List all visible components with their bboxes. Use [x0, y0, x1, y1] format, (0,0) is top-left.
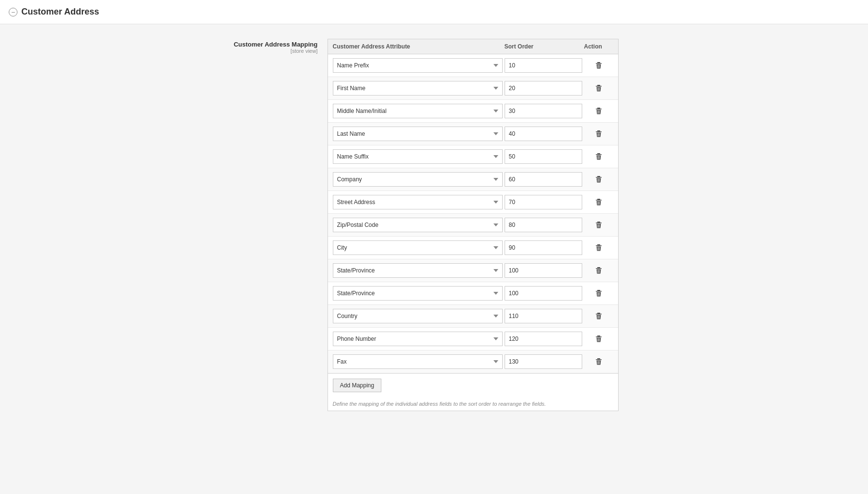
trash-icon — [595, 107, 603, 115]
footer-note: Define the mapping of the individual add… — [328, 397, 618, 411]
attribute-select-12[interactable]: Name PrefixFirst NameMiddle Name/Initial… — [333, 332, 503, 346]
delete-button-6[interactable] — [593, 196, 605, 208]
sort-order-input-12[interactable] — [505, 332, 582, 346]
delete-button-11[interactable] — [593, 310, 605, 322]
svg-rect-7 — [596, 131, 602, 132]
table-row: Name PrefixFirst NameMiddle Name/Initial… — [328, 282, 618, 305]
attribute-select-6[interactable]: Name PrefixFirst NameMiddle Name/Initial… — [333, 195, 503, 209]
delete-button-0[interactable] — [593, 60, 605, 71]
delete-button-9[interactable] — [593, 265, 605, 276]
trash-icon — [595, 153, 603, 160]
table-row: Name PrefixFirst NameMiddle Name/Initial… — [328, 145, 618, 168]
svg-rect-8 — [597, 153, 600, 154]
svg-rect-24 — [597, 335, 600, 336]
delete-button-8[interactable] — [593, 242, 605, 254]
svg-rect-27 — [596, 359, 602, 360]
sort-order-input-9[interactable] — [505, 263, 582, 278]
sort-order-input-13[interactable] — [505, 354, 582, 369]
attribute-select-3[interactable]: Name PrefixFirst NameMiddle Name/Initial… — [333, 127, 503, 141]
attribute-select-9[interactable]: Name PrefixFirst NameMiddle Name/Initial… — [333, 263, 503, 278]
table-row: Name PrefixFirst NameMiddle Name/Initial… — [328, 123, 618, 145]
svg-rect-5 — [596, 109, 602, 110]
trash-icon — [595, 84, 603, 92]
sort-order-input-1[interactable] — [505, 81, 582, 96]
table-row: Name PrefixFirst NameMiddle Name/Initial… — [328, 77, 618, 100]
table-header: Customer Address Attribute Sort Order Ac… — [328, 39, 618, 54]
delete-button-13[interactable] — [593, 356, 605, 367]
svg-rect-9 — [596, 154, 602, 155]
svg-rect-22 — [597, 313, 600, 314]
svg-rect-3 — [596, 86, 602, 87]
table-row: Name PrefixFirst NameMiddle Name/Initial… — [328, 214, 618, 237]
svg-rect-19 — [596, 268, 602, 269]
sort-order-input-3[interactable] — [505, 127, 582, 141]
delete-button-4[interactable] — [593, 151, 605, 162]
attribute-select-11[interactable]: Name PrefixFirst NameMiddle Name/Initial… — [333, 309, 503, 323]
attribute-select-7[interactable]: Name PrefixFirst NameMiddle Name/Initial… — [333, 218, 503, 232]
table-row: Name PrefixFirst NameMiddle Name/Initial… — [328, 168, 618, 191]
add-mapping-row: Add Mapping — [328, 373, 618, 397]
attribute-select-10[interactable]: Name PrefixFirst NameMiddle Name/Initial… — [333, 286, 503, 301]
svg-rect-2 — [597, 85, 600, 86]
delete-button-10[interactable] — [593, 287, 605, 299]
svg-rect-14 — [597, 222, 600, 223]
table-row: Name PrefixFirst NameMiddle Name/Initial… — [328, 328, 618, 351]
trash-icon — [595, 175, 603, 183]
col-sort-order: Sort Order — [505, 43, 582, 50]
sort-order-input-4[interactable] — [505, 149, 582, 164]
attribute-select-8[interactable]: Name PrefixFirst NameMiddle Name/Initial… — [333, 240, 503, 255]
page-title: Customer Address — [21, 7, 99, 17]
trash-icon — [595, 221, 603, 229]
svg-rect-10 — [597, 176, 600, 177]
collapse-icon[interactable]: − — [9, 8, 17, 16]
trash-icon — [595, 358, 603, 366]
delete-button-12[interactable] — [593, 333, 605, 345]
svg-rect-0 — [597, 62, 600, 63]
add-mapping-button[interactable]: Add Mapping — [333, 379, 382, 392]
sort-order-input-0[interactable] — [505, 58, 582, 73]
table-row: Name PrefixFirst NameMiddle Name/Initial… — [328, 351, 618, 373]
trash-icon — [595, 335, 603, 343]
attribute-select-13[interactable]: Name PrefixFirst NameMiddle Name/Initial… — [333, 354, 503, 369]
attribute-select-0[interactable]: Name PrefixFirst NameMiddle Name/Initial… — [333, 58, 503, 73]
attribute-select-5[interactable]: Name PrefixFirst NameMiddle Name/Initial… — [333, 172, 503, 187]
sort-order-input-10[interactable] — [505, 286, 582, 301]
table-body: Name PrefixFirst NameMiddle Name/Initial… — [328, 54, 618, 373]
svg-rect-25 — [596, 336, 602, 337]
trash-icon — [595, 312, 603, 320]
attribute-select-4[interactable]: Name PrefixFirst NameMiddle Name/Initial… — [333, 149, 503, 164]
sort-order-input-8[interactable] — [505, 240, 582, 255]
svg-rect-12 — [597, 199, 600, 200]
trash-icon — [595, 62, 603, 69]
table-row: Name PrefixFirst NameMiddle Name/Initial… — [328, 259, 618, 282]
sort-order-input-6[interactable] — [505, 195, 582, 209]
delete-button-5[interactable] — [593, 174, 605, 185]
trash-icon — [595, 244, 603, 252]
svg-rect-13 — [596, 200, 602, 201]
svg-rect-15 — [596, 223, 602, 223]
table-row: Name PrefixFirst NameMiddle Name/Initial… — [328, 191, 618, 214]
svg-rect-6 — [597, 130, 600, 131]
svg-rect-16 — [597, 244, 600, 245]
sort-order-input-7[interactable] — [505, 218, 582, 232]
delete-button-1[interactable] — [593, 82, 605, 94]
attribute-select-2[interactable]: Name PrefixFirst NameMiddle Name/Initial… — [333, 104, 503, 118]
table-row: Name PrefixFirst NameMiddle Name/Initial… — [328, 237, 618, 259]
col-action: Action — [584, 43, 613, 50]
sort-order-input-11[interactable] — [505, 309, 582, 323]
sort-order-input-5[interactable] — [505, 172, 582, 187]
delete-button-7[interactable] — [593, 219, 605, 231]
section-label: Customer Address Mapping — [234, 41, 318, 48]
svg-rect-26 — [597, 358, 600, 359]
mapping-table: Customer Address Attribute Sort Order Ac… — [328, 39, 619, 411]
sort-order-input-2[interactable] — [505, 104, 582, 118]
store-view-label: [store view] — [153, 48, 318, 54]
svg-rect-11 — [596, 177, 602, 178]
svg-rect-21 — [596, 291, 602, 292]
delete-button-3[interactable] — [593, 128, 605, 140]
attribute-select-1[interactable]: Name PrefixFirst NameMiddle Name/Initial… — [333, 81, 503, 96]
delete-button-2[interactable] — [593, 105, 605, 117]
svg-rect-4 — [597, 108, 600, 109]
table-row: Name PrefixFirst NameMiddle Name/Initial… — [328, 305, 618, 328]
table-row: Name PrefixFirst NameMiddle Name/Initial… — [328, 54, 618, 77]
